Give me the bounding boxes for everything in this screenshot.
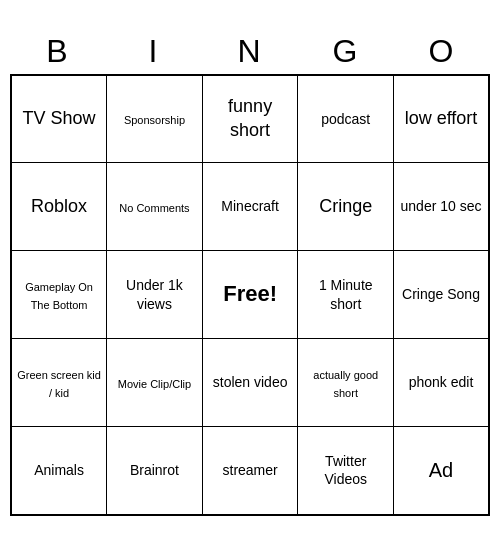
cell-text-2-2: Free! [223,281,277,306]
grid-cell-3-2: stolen video [202,339,298,427]
cell-text-1-3: Cringe [319,196,372,216]
grid-row-3: Green screen kid / kidMovie Clip/Clipsto… [11,339,489,427]
cell-text-3-0: Green screen kid / kid [17,369,101,399]
cell-text-3-2: stolen video [213,374,288,390]
cell-text-0-1: Sponsorship [124,114,185,126]
header-letter-g: G [298,29,394,74]
grid-cell-0-0: TV Show [11,75,107,163]
cell-text-0-3: podcast [321,111,370,127]
grid-row-2: Gameplay On The BottomUnder 1k viewsFree… [11,251,489,339]
cell-text-2-4: Cringe Song [402,286,480,302]
grid-cell-0-1: Sponsorship [107,75,203,163]
bingo-grid: BINGO TV ShowSponsorshipfunny shortpodca… [10,74,490,516]
grid-cell-2-1: Under 1k views [107,251,203,339]
cell-text-2-3: 1 Minute short [319,277,373,311]
cell-text-4-0: Animals [34,462,84,478]
grid-cell-2-2: Free! [202,251,298,339]
cell-text-1-2: Minecraft [221,198,279,214]
grid-cell-4-1: Brainrot [107,427,203,515]
grid-cell-0-4: low effort [394,75,489,163]
grid-cell-2-0: Gameplay On The Bottom [11,251,107,339]
cell-text-4-1: Brainrot [130,462,179,478]
cell-text-2-0: Gameplay On The Bottom [25,281,93,311]
cell-text-4-2: streamer [223,462,278,478]
grid-cell-1-2: Minecraft [202,163,298,251]
bingo-header: BINGO [10,29,490,74]
header-letter-n: N [202,29,298,74]
cell-text-3-3: actually good short [313,369,378,399]
grid-row-1: RobloxNo CommentsMinecraftCringeunder 10… [11,163,489,251]
header-letter-o: O [394,29,490,74]
grid-row-4: AnimalsBrainrotstreamerTwitter VideosAd [11,427,489,515]
grid-cell-4-2: streamer [202,427,298,515]
grid-cell-0-2: funny short [202,75,298,163]
grid-cell-3-4: phonk edit [394,339,489,427]
cell-text-0-2: funny short [228,96,272,139]
grid-cell-1-0: Roblox [11,163,107,251]
grid-cell-0-3: podcast [298,75,394,163]
bingo-card: BINGO BINGO TV ShowSponsorshipfunny shor… [10,29,490,516]
grid-cell-4-4: Ad [394,427,489,515]
grid-row-0: TV ShowSponsorshipfunny shortpodcastlow … [11,75,489,163]
grid-cell-4-3: Twitter Videos [298,427,394,515]
grid-cell-3-3: actually good short [298,339,394,427]
grid-cell-4-0: Animals [11,427,107,515]
grid-cell-2-4: Cringe Song [394,251,489,339]
cell-text-2-1: Under 1k views [126,277,183,311]
cell-text-4-3: Twitter Videos [324,453,367,487]
cell-text-4-4: Ad [429,459,453,481]
grid-cell-1-4: under 10 sec [394,163,489,251]
header-letter-b: B [10,29,106,74]
cell-text-1-4: under 10 sec [401,198,482,214]
cell-text-0-0: TV Show [23,108,96,128]
cell-text-1-0: Roblox [31,196,87,216]
cell-text-0-4: low effort [405,108,478,128]
header-letter-i: I [106,29,202,74]
grid-cell-3-1: Movie Clip/Clip [107,339,203,427]
grid-cell-1-1: No Comments [107,163,203,251]
cell-text-3-4: phonk edit [409,374,474,390]
cell-text-1-1: No Comments [119,202,189,214]
grid-cell-3-0: Green screen kid / kid [11,339,107,427]
cell-text-3-1: Movie Clip/Clip [118,378,191,390]
grid-cell-1-3: Cringe [298,163,394,251]
grid-cell-2-3: 1 Minute short [298,251,394,339]
